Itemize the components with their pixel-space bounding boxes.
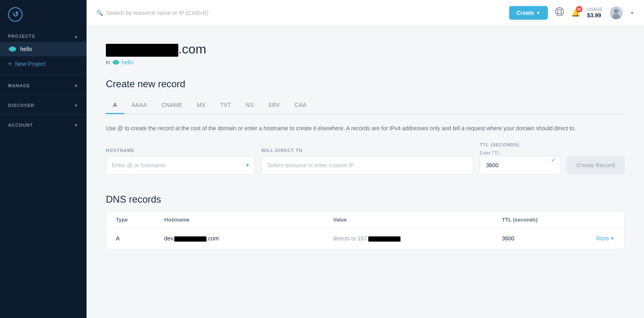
create-chevron-icon: ▼ [536, 10, 541, 15]
create-record-form: HOSTNAME ✦ WILL DIRECT TO TTL (SECONDS) … [106, 142, 625, 174]
account-label: ACCOUNT [8, 123, 33, 127]
ttl-input[interactable] [480, 156, 560, 174]
avatar-chevron-icon[interactable]: ▼ [630, 10, 634, 15]
main-area: 🔍 Search by resource name or IP (Cmd+B) … [87, 0, 644, 318]
sidebar-logo[interactable]: ↺ [0, 0, 87, 29]
table-row: A dev..com directs to 167. 3600 More ▼ [106, 228, 624, 249]
help-text: Use @ to create the record at the root o… [106, 124, 589, 133]
projects-section-header[interactable]: PROJECTS ▲ [0, 29, 87, 42]
usage-label: USAGE [587, 7, 603, 12]
more-button[interactable]: More ▼ [574, 235, 615, 242]
row-ttl: 3600 [502, 235, 574, 242]
create-record-button[interactable]: Create Record [567, 156, 625, 174]
row-type: A [116, 235, 164, 242]
more-chevron-icon: ▼ [610, 236, 615, 241]
project-icon [8, 46, 17, 52]
manage-label: MANAGE [8, 83, 30, 88]
content-area: .com in hello Create new record A AAAA C… [87, 26, 644, 318]
dns-records-title: DNS records [106, 194, 625, 205]
manage-section-header[interactable]: MANAGE ▼ [0, 78, 87, 91]
usage-display: USAGE $3.99 [587, 7, 603, 18]
sidebar-item-label: hello [20, 46, 32, 52]
svg-line-5 [557, 13, 558, 14]
discover-label: DISCOVER [8, 103, 34, 108]
row-hostname: dev..com [164, 235, 333, 242]
more-label: More [596, 235, 609, 242]
tab-NS[interactable]: NS [238, 98, 261, 114]
sidebar: ↺ PROJECTS ▲ hello + New Project MANAGE … [0, 0, 87, 318]
will-direct-input[interactable] [261, 156, 473, 174]
plus-icon: + [8, 60, 12, 68]
hostname-group: HOSTNAME ✦ [106, 148, 255, 174]
row-value: directs to 167. [333, 235, 502, 242]
sidebar-item-hello[interactable]: hello [0, 42, 87, 56]
record-type-tabs: A AAAA CNAME MX TXT NS SRV CAA [106, 98, 625, 114]
hostname-input[interactable] [106, 156, 255, 174]
projects-label: PROJECTS [8, 34, 35, 39]
usage-amount: $3.99 [587, 12, 603, 18]
new-project-button[interactable]: + New Project [0, 56, 87, 72]
sidebar-divider [0, 75, 87, 75]
tab-A[interactable]: A [106, 98, 124, 114]
col-hostname: Hostname [164, 217, 333, 223]
svg-point-7 [612, 14, 620, 19]
ttl-input-wrapper: Enter TTL ✓ [480, 150, 560, 174]
svg-line-2 [557, 9, 558, 10]
hostname-label: HOSTNAME [106, 148, 255, 153]
tab-SRV[interactable]: SRV [261, 98, 287, 114]
discover-chevron-icon: ▼ [74, 103, 78, 108]
dns-table-header: Type Hostname Value TTL (seconds) [106, 212, 624, 228]
project-mini-icon [113, 60, 119, 65]
hostname-input-wrapper: ✦ [106, 156, 255, 174]
ttl-label: TTL (SECONDS) [480, 142, 560, 147]
col-actions [574, 217, 615, 223]
avatar[interactable] [610, 6, 623, 19]
search-icon: 🔍 [96, 10, 103, 16]
in-project-row: in hello [106, 59, 625, 66]
ttl-group: TTL (SECONDS) Enter TTL ✓ [480, 142, 560, 174]
svg-line-3 [561, 13, 562, 14]
domain-redacted [106, 44, 178, 57]
dns-records-table: Type Hostname Value TTL (seconds) A dev.… [106, 211, 625, 250]
svg-line-4 [561, 9, 562, 10]
sidebar-section-projects: PROJECTS ▲ hello + New Project [0, 29, 87, 72]
search-placeholder-text: Search by resource name or IP (Cmd+B) [106, 10, 208, 16]
tab-MX[interactable]: MX [190, 98, 213, 114]
domain-suffix: .com [178, 42, 206, 56]
account-section-header[interactable]: ACCOUNT ▼ [0, 118, 87, 131]
tab-CAA[interactable]: CAA [287, 98, 314, 114]
will-direct-label: WILL DIRECT TO [261, 148, 473, 153]
col-ttl: TTL (seconds) [502, 217, 574, 223]
logo-icon: ↺ [8, 7, 23, 22]
discover-section-header[interactable]: DISCOVER ▼ [0, 98, 87, 111]
sidebar-divider-2 [0, 94, 87, 95]
tab-AAAA[interactable]: AAAA [124, 98, 155, 114]
ttl-check-icon: ✓ [551, 156, 556, 164]
svg-point-0 [555, 8, 564, 16]
in-label: in [106, 59, 110, 66]
notification-badge: 25 [576, 6, 582, 12]
topbar: 🔍 Search by resource name or IP (Cmd+B) … [87, 0, 644, 26]
sidebar-divider-3 [0, 114, 87, 115]
ttl-small-label: Enter TTL [480, 150, 560, 155]
projects-chevron-icon: ▲ [74, 34, 78, 39]
sidebar-section-discover: DISCOVER ▼ [0, 98, 87, 111]
required-asterisk-icon: ✦ [245, 162, 250, 168]
account-chevron-icon: ▼ [74, 123, 78, 127]
support-icon[interactable] [555, 7, 564, 18]
notifications-icon[interactable]: 🔔 25 [571, 8, 580, 17]
create-button[interactable]: Create ▼ [509, 6, 547, 20]
topbar-right: Create ▼ 🔔 25 USAGE $3.99 [509, 6, 634, 20]
search-wrapper[interactable]: 🔍 Search by resource name or IP (Cmd+B) [96, 10, 509, 16]
tab-TXT[interactable]: TXT [213, 98, 238, 114]
will-direct-group: WILL DIRECT TO [261, 148, 473, 174]
col-type: Type [116, 217, 164, 223]
col-value: Value [333, 217, 502, 223]
create-record-title: Create new record [106, 78, 625, 90]
domain-title: .com [106, 42, 625, 57]
manage-chevron-icon: ▼ [74, 84, 78, 88]
project-link[interactable]: hello [122, 59, 134, 66]
new-project-label: New Project [15, 61, 45, 67]
tab-CNAME[interactable]: CNAME [154, 98, 190, 114]
sidebar-section-account: ACCOUNT ▼ [0, 118, 87, 131]
